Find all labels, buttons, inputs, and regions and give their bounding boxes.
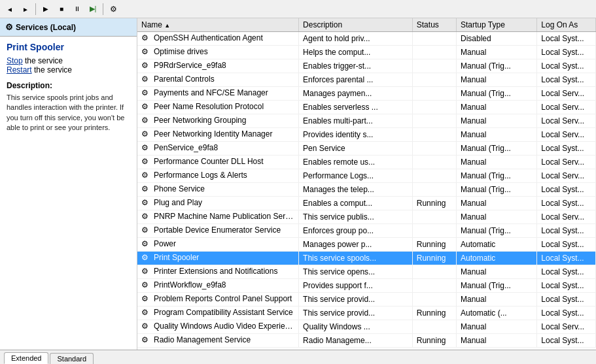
cell-logon: Local Syst... [537,183,596,197]
table-row[interactable]: ⚙Peer Networking GroupingEnables multi-p… [137,114,596,128]
play-button[interactable]: ▶ [39,2,53,16]
cell-description: Manages power p... [299,238,413,252]
table-row[interactable]: ⚙Plug and PlayEnables a comput...Running… [137,197,596,210]
restart-text: the service [32,65,72,74]
cell-startup: Manual [457,265,537,279]
cell-logon: Local Syst... [537,265,596,279]
table-row[interactable]: ⚙Program Compatibility Assistant Service… [137,306,596,320]
cell-startup: Disabled [457,32,537,46]
table-row[interactable]: ⚙PrintWorkflow_e9fa8Provides support f..… [137,279,596,293]
services-icon: ⚙ [5,22,13,32]
table-row[interactable]: ⚙Print SpoolerThis service spools...Runn… [137,252,596,265]
cell-description: Enables multi-part... [299,114,413,128]
cell-status [412,279,456,293]
services-table-container[interactable]: Name ▲ Description Status Startup Type L… [137,18,596,350]
cell-description: Enables a comput... [299,197,413,210]
cell-name: ⚙PrintWorkflow_e9fa8 [137,279,299,293]
col-status[interactable]: Status [412,18,456,32]
service-gear-icon: ⚙ [141,294,152,305]
cell-description: Performance Logs... [299,169,413,183]
table-row[interactable]: ⚙P9RdrService_e9fa8Enables trigger-st...… [137,59,596,73]
tab-standard[interactable]: Standard [50,353,94,364]
table-row[interactable]: ⚙Problem Reports Control Panel SupportTh… [137,293,596,306]
bottom-tabs: ExtendedStandard [0,350,596,364]
cell-startup: Manual [457,334,537,348]
cell-logon: Local Serv... [537,169,596,183]
col-description[interactable]: Description [299,18,413,32]
table-row[interactable]: ⚙Performance Counter DLL HostEnables rem… [137,156,596,169]
service-gear-icon: ⚙ [141,171,152,181]
cell-name: ⚙Performance Counter DLL Host [137,156,299,169]
table-row[interactable]: ⚙PNRP Machine Name Publication ServiceTh… [137,210,596,224]
cell-description: This service publis... [299,210,413,224]
table-row[interactable]: ⚙PenService_e9fa8Pen ServiceManual (Trig… [137,142,596,156]
restart-button[interactable]: ▶| [86,2,100,16]
cell-startup: Manual (Trig... [457,87,537,101]
back-button[interactable] [3,2,17,16]
cell-description: Radio Manageme... [299,334,413,348]
table-row[interactable]: ⚙Payments and NFC/SE ManagerManages paym… [137,87,596,101]
cell-description: This service spools... [299,252,413,265]
service-gear-icon: ⚙ [141,116,152,126]
cell-description: Provides identity s... [299,128,413,142]
pause-button[interactable]: ⏸ [70,2,84,16]
cell-status [412,87,456,101]
cell-logon: Local Syst... [537,59,596,73]
cell-status: Running [412,197,456,210]
cell-startup: Manual [457,197,537,210]
cell-status: Running [412,306,456,320]
service-name-title: Print Spooler [7,42,130,52]
col-logon[interactable]: Log On As [537,18,596,32]
cell-name: ⚙PenService_e9fa8 [137,142,299,156]
col-name[interactable]: Name ▲ [137,18,299,32]
col-startup[interactable]: Startup Type [457,18,537,32]
table-row[interactable]: ⚙Optimise drivesHelps the comput...Manua… [137,46,596,59]
services-tbody: ⚙OpenSSH Authentication AgentAgent to ho… [137,32,596,348]
table-row[interactable]: ⚙Performance Logs & AlertsPerformance Lo… [137,169,596,183]
table-row[interactable]: ⚙Phone ServiceManages the telep...Manual… [137,183,596,197]
table-row[interactable]: ⚙Parental ControlsEnforces parental ...M… [137,73,596,87]
cell-status [412,46,456,59]
stop-button[interactable]: ■ [54,2,69,16]
cell-status [412,183,456,197]
toolbar-sep-1 [35,3,36,15]
cell-name: ⚙Parental Controls [137,73,299,87]
cell-status [412,73,456,87]
cell-status [412,169,456,183]
table-row[interactable]: ⚙Portable Device Enumerator ServiceEnfor… [137,224,596,238]
table-row[interactable]: ⚙OpenSSH Authentication AgentAgent to ho… [137,32,596,46]
stop-link[interactable]: Stop [7,56,23,65]
cell-logon: Local Serv... [537,156,596,169]
table-row[interactable]: ⚙Peer Name Resolution ProtocolEnables se… [137,101,596,114]
table-row[interactable]: ⚙PowerManages power p...RunningAutomatic… [137,238,596,252]
cell-logon: Local Syst... [537,46,596,59]
cell-logon: Local Syst... [537,306,596,320]
cell-name: ⚙Print Spooler [137,252,299,265]
properties-button[interactable] [106,2,120,16]
table-row[interactable]: ⚙Peer Networking Identity ManagerProvide… [137,128,596,142]
table-row[interactable]: ⚙Printer Extensions and NotificationsThi… [137,265,596,279]
service-gear-icon: ⚙ [141,239,152,250]
service-gear-icon: ⚙ [141,88,152,99]
service-gear-icon: ⚙ [141,198,152,208]
tab-extended[interactable]: Extended [4,352,48,364]
service-gear-icon: ⚙ [141,212,152,222]
cell-description: Enables serverless ... [299,101,413,114]
service-gear-icon: ⚙ [141,184,152,195]
table-row[interactable]: ⚙Radio Management ServiceRadio Manageme.… [137,334,596,348]
service-gear-icon: ⚙ [141,335,152,346]
cell-startup: Manual [457,46,537,59]
forward-button[interactable] [18,2,33,16]
cell-startup: Manual (Trig... [457,59,537,73]
left-panel-header-title: Services (Local) [16,23,76,32]
service-gear-icon: ⚙ [141,143,152,154]
cell-name: ⚙OpenSSH Authentication Agent [137,32,299,46]
cell-name: ⚙Peer Networking Identity Manager [137,128,299,142]
description-label: Description: [7,81,130,90]
service-gear-icon: ⚙ [141,61,152,71]
table-row[interactable]: ⚙Quality Windows Audio Video ExperienceQ… [137,320,596,334]
cell-startup: Manual [457,114,537,128]
cell-logon: Local Serv... [537,114,596,128]
restart-link[interactable]: Restart [7,65,32,74]
stop-text: the service [23,56,63,65]
